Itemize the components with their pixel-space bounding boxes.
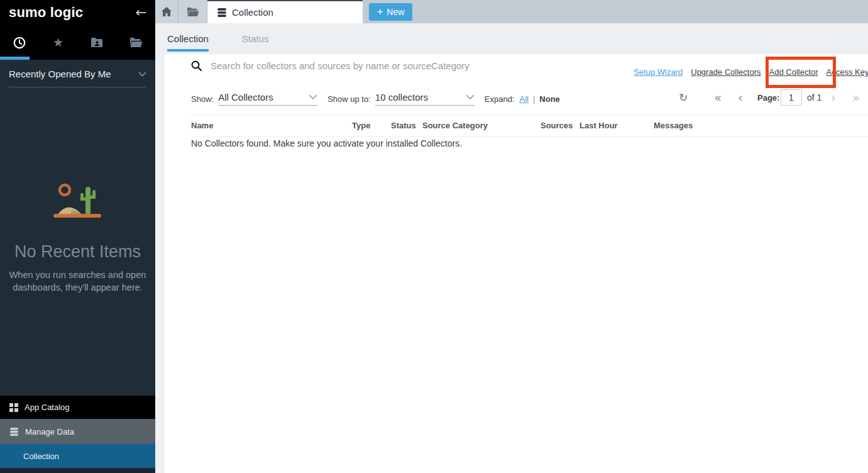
column-header-status[interactable]: Status <box>391 121 422 130</box>
recently-opened-dropdown[interactable]: Recently Opened By Me <box>9 69 146 87</box>
sun-icon <box>60 185 70 195</box>
collection-window-tab[interactable]: Collection <box>207 0 363 23</box>
page-label: Page: <box>757 93 779 103</box>
previous-page-icon[interactable]: ‹ <box>738 90 743 105</box>
new-button-label: New <box>387 7 404 17</box>
sidebar-item-app-catalog[interactable]: App Catalog <box>0 396 155 419</box>
favorites-tab[interactable]: ★ <box>39 25 78 60</box>
clock-icon <box>13 36 26 49</box>
next-page-icon[interactable]: › <box>831 90 836 105</box>
library-tab[interactable] <box>179 0 207 23</box>
sidebar-header: sumo logic ← <box>0 0 155 25</box>
collapse-sidebar-icon[interactable]: ← <box>135 5 146 20</box>
sidebar: sumo logic ← ★ <box>0 0 155 473</box>
refresh-icon[interactable]: ↻ <box>679 91 688 104</box>
add-collector-link[interactable]: Add Collector <box>769 67 818 77</box>
page-total: of 1 <box>807 92 821 103</box>
sidebar-icon-tabs: ★ <box>0 25 155 60</box>
new-button[interactable]: + New <box>369 3 412 21</box>
app-window: sumo logic ← ★ <box>0 0 868 473</box>
action-links: Setup Wizard Upgrade Collectors Add Coll… <box>634 67 868 77</box>
column-header-source-category[interactable]: Source Category <box>422 121 541 130</box>
last-page-icon[interactable]: » <box>852 90 860 105</box>
page-number-input[interactable] <box>781 89 802 106</box>
recents-tab[interactable] <box>0 25 39 60</box>
sidebar-item-collection[interactable]: Collection <box>0 444 155 468</box>
sumo-logic-logo: sumo logic <box>9 4 135 21</box>
column-header-name[interactable]: Name <box>191 121 352 130</box>
tab-collection[interactable]: Collection <box>167 33 209 44</box>
top-tab-strip: Collection + New <box>155 0 868 23</box>
active-subtab-indicator <box>167 49 209 52</box>
column-header-messages[interactable]: Messages <box>654 121 868 130</box>
pagination-bar: ↻ « ‹ Page: of 1 › » <box>165 87 868 108</box>
setup-wizard-link[interactable]: Setup Wizard <box>634 67 683 77</box>
column-header-type[interactable]: Type <box>352 121 391 130</box>
desert-illustration <box>0 182 155 221</box>
home-tab[interactable] <box>155 0 179 23</box>
tab-status[interactable]: Status <box>242 33 269 44</box>
tab-title: Collection <box>232 7 273 18</box>
empty-state-message: No Collectors found. Make sure you activ… <box>191 138 462 148</box>
shared-folders-tab[interactable] <box>78 25 117 60</box>
open-folder-icon <box>129 37 143 48</box>
nav-label: App Catalog <box>25 403 70 412</box>
plus-icon: + <box>377 7 383 17</box>
sidebar-bottom-nav: App Catalog Manage Data Collection <box>0 396 155 473</box>
star-icon: ★ <box>53 36 63 48</box>
collection-panel: Setup Wizard Upgrade Collectors Add Coll… <box>165 54 868 473</box>
recently-opened-label: Recently Opened By Me <box>9 69 138 79</box>
grid-icon <box>9 403 18 412</box>
sidebar-footer-filler <box>0 468 155 473</box>
sidebar-item-manage-data[interactable]: Manage Data <box>0 419 155 444</box>
ground-line <box>53 214 101 218</box>
upgrade-collectors-link[interactable]: Upgrade Collectors <box>691 67 761 77</box>
chevron-down-icon <box>138 72 146 77</box>
column-header-sources[interactable]: Sources <box>541 121 580 130</box>
search-input[interactable] <box>211 60 563 71</box>
nav-label: Manage Data <box>25 427 74 437</box>
open-folder-icon <box>187 7 199 17</box>
database-icon <box>9 427 19 437</box>
column-header-last-hour[interactable]: Last Hour <box>580 121 654 130</box>
user-folder-icon <box>91 37 103 48</box>
no-recent-items-subtitle: When you run searches and open dashboard… <box>9 269 147 294</box>
database-icon <box>217 8 227 18</box>
main-area: Collection + New Collection Status Setup… <box>155 0 868 473</box>
collectors-table-header: Name Type Status Source Category Sources… <box>191 114 868 137</box>
home-icon <box>162 7 172 16</box>
first-page-icon[interactable]: « <box>714 90 722 105</box>
no-recent-items-title: No Recent Items <box>0 242 155 262</box>
search-icon <box>191 60 202 71</box>
search-bar <box>191 60 563 71</box>
active-tab-indicator <box>0 57 30 60</box>
personal-folder-tab[interactable] <box>116 25 155 60</box>
sub-tab-bar: Collection Status <box>155 23 868 54</box>
access-keys-link[interactable]: Access Keys <box>827 67 868 77</box>
nav-label: Collection <box>23 452 59 461</box>
